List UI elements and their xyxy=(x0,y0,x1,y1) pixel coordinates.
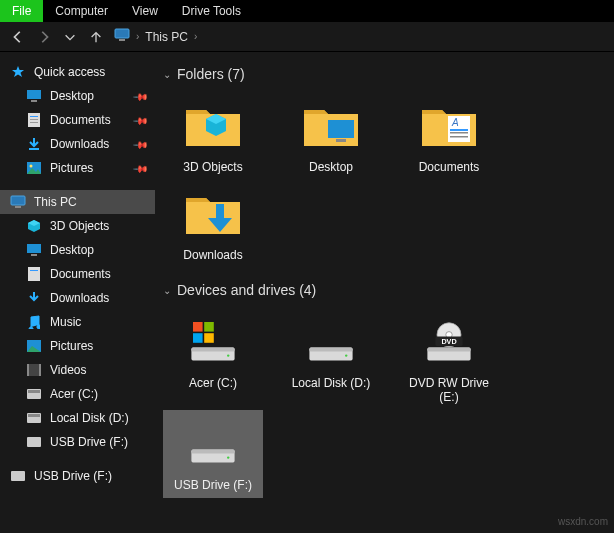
sidebar-tp-desktop[interactable]: Desktop xyxy=(0,238,155,262)
sidebar-this-pc[interactable]: This PC xyxy=(0,190,155,214)
sidebar-tp-videos[interactable]: Videos xyxy=(0,358,155,382)
svg-rect-3 xyxy=(31,100,37,102)
sidebar-label: USB Drive (F:) xyxy=(50,435,128,449)
content-area: ⌄ Folders (7) 3D Objects Desktop A Doc xyxy=(155,52,614,533)
breadcrumb-location[interactable]: This PC xyxy=(145,30,188,44)
group-folders-header[interactable]: ⌄ Folders (7) xyxy=(163,66,606,82)
navbar: › This PC › xyxy=(0,22,614,52)
folder-documents[interactable]: A Documents xyxy=(399,92,499,180)
pictures-icon xyxy=(26,160,42,176)
sidebar-label: Pictures xyxy=(50,161,93,175)
svg-rect-7 xyxy=(30,122,38,123)
folder-desktop[interactable]: Desktop xyxy=(281,92,381,180)
back-button[interactable] xyxy=(6,25,30,49)
tile-label: USB Drive (F:) xyxy=(174,478,252,492)
sidebar-label: Desktop xyxy=(50,89,94,103)
music-icon xyxy=(26,314,42,330)
drive-acer-c[interactable]: Acer (C:) xyxy=(163,308,263,410)
svg-rect-33 xyxy=(450,129,468,131)
svg-point-52 xyxy=(227,456,229,458)
documents-icon xyxy=(26,112,42,128)
menu-drive-tools[interactable]: Drive Tools xyxy=(170,0,253,22)
svg-rect-37 xyxy=(204,333,214,343)
sidebar-tp-pictures[interactable]: Pictures xyxy=(0,334,155,358)
svg-text:DVD: DVD xyxy=(441,337,456,346)
sidebar-usb-root[interactable]: USB Drive (F:) xyxy=(0,464,155,488)
sidebar-tp-music[interactable]: Music xyxy=(0,310,155,334)
sidebar-label: Acer (C:) xyxy=(50,387,98,401)
sidebar-label: Pictures xyxy=(50,339,93,353)
menubar: File Computer View Drive Tools xyxy=(0,0,614,22)
svg-text:A: A xyxy=(451,117,459,128)
group-drives-header[interactable]: ⌄ Devices and drives (4) xyxy=(163,282,606,298)
drive-icon xyxy=(26,410,42,426)
svg-rect-35 xyxy=(204,322,214,332)
menu-file[interactable]: File xyxy=(0,0,43,22)
sidebar-desktop[interactable]: Desktop 📌 xyxy=(0,84,155,108)
svg-rect-1 xyxy=(119,39,125,41)
svg-rect-0 xyxy=(115,29,129,38)
group-label: Folders (7) xyxy=(177,66,245,82)
desktop-icon xyxy=(26,242,42,258)
tile-label: Documents xyxy=(419,160,480,174)
svg-rect-13 xyxy=(27,244,41,253)
drive-icon xyxy=(299,314,363,370)
sidebar-label: Downloads xyxy=(50,291,109,305)
svg-rect-2 xyxy=(27,90,41,99)
breadcrumb[interactable]: › This PC › xyxy=(114,28,197,45)
usb-drive-icon xyxy=(26,434,42,450)
up-button[interactable] xyxy=(84,25,108,49)
svg-rect-18 xyxy=(27,364,41,376)
sidebar-tp-downloads[interactable]: Downloads xyxy=(0,286,155,310)
watermark: wsxdn.com xyxy=(558,516,608,527)
pictures-icon xyxy=(26,338,42,354)
tile-label: Acer (C:) xyxy=(189,376,237,390)
menu-view[interactable]: View xyxy=(120,0,170,22)
sidebar-pictures[interactable]: Pictures 📌 xyxy=(0,156,155,180)
svg-rect-22 xyxy=(28,390,40,393)
folder-icon xyxy=(181,186,245,242)
sidebar-3d-objects[interactable]: 3D Objects xyxy=(0,214,155,238)
sidebar-label: Documents xyxy=(50,113,111,127)
tile-label: DVD RW Drive (E:) xyxy=(401,376,497,404)
videos-icon xyxy=(26,362,42,378)
svg-rect-26 xyxy=(11,471,25,481)
sidebar-quick-access[interactable]: Quick access xyxy=(0,60,155,84)
svg-rect-42 xyxy=(309,348,352,352)
svg-rect-31 xyxy=(450,132,468,134)
sidebar-tp-usb[interactable]: USB Drive (F:) xyxy=(0,430,155,454)
sidebar-label: Music xyxy=(50,315,81,329)
svg-rect-27 xyxy=(328,120,354,138)
drive-icon xyxy=(181,314,245,370)
sidebar-label: Videos xyxy=(50,363,86,377)
folder-3d-objects[interactable]: 3D Objects xyxy=(163,92,263,180)
drive-local-d[interactable]: Local Disk (D:) xyxy=(281,308,381,410)
svg-rect-28 xyxy=(336,139,346,142)
chevron-down-icon xyxy=(63,30,77,44)
star-icon xyxy=(10,64,26,80)
sidebar-tp-local[interactable]: Local Disk (D:) xyxy=(0,406,155,430)
drive-dvd-e[interactable]: DVD DVD RW Drive (E:) xyxy=(399,308,499,410)
svg-rect-15 xyxy=(28,267,40,281)
menu-computer[interactable]: Computer xyxy=(43,0,120,22)
sidebar-tp-acer[interactable]: Acer (C:) xyxy=(0,382,155,406)
usb-drive-icon xyxy=(10,468,26,484)
forward-button[interactable] xyxy=(32,25,56,49)
folder-downloads[interactable]: Downloads xyxy=(163,180,263,268)
sidebar-label: Downloads xyxy=(50,137,109,151)
svg-point-10 xyxy=(30,165,33,168)
svg-rect-49 xyxy=(427,348,470,352)
pin-icon: 📌 xyxy=(133,160,149,176)
recent-dropdown[interactable] xyxy=(58,25,82,49)
sidebar-downloads[interactable]: Downloads 📌 xyxy=(0,132,155,156)
sidebar-documents[interactable]: Documents 📌 xyxy=(0,108,155,132)
sidebar-tp-documents[interactable]: Documents xyxy=(0,262,155,286)
sidebar-label: Documents xyxy=(50,267,111,281)
drive-usb-f[interactable]: USB Drive (F:) xyxy=(163,410,263,498)
pin-icon: 📌 xyxy=(133,88,149,104)
tile-label: 3D Objects xyxy=(183,160,242,174)
svg-rect-11 xyxy=(11,196,25,205)
documents-icon xyxy=(26,266,42,282)
usb-drive-icon xyxy=(181,416,245,472)
arrow-up-icon xyxy=(89,30,103,44)
